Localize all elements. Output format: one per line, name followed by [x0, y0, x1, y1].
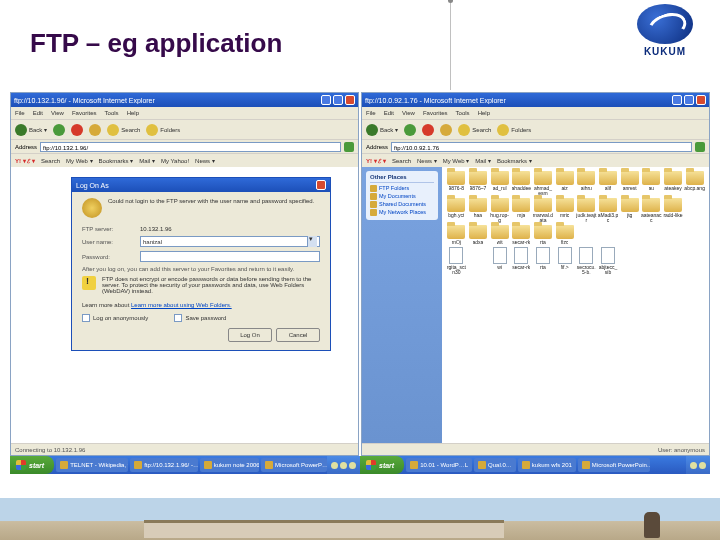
menu-view[interactable]: View — [51, 110, 64, 116]
forward-icon[interactable] — [53, 124, 65, 136]
menu-file[interactable]: File — [15, 110, 25, 116]
link-mail[interactable]: Mail ▾ — [139, 157, 155, 164]
folder-item[interactable]: hug.rop-g — [489, 198, 510, 223]
folder-item[interactable]: judk.teajtr — [576, 198, 597, 223]
folder-item[interactable]: fizc — [554, 225, 575, 245]
logon-button[interactable]: Log On — [228, 328, 272, 342]
forward-icon[interactable] — [404, 124, 416, 136]
maximize-button[interactable] — [333, 95, 343, 105]
menu-edit[interactable]: Edit — [33, 110, 43, 116]
stop-icon[interactable] — [422, 124, 434, 136]
folder-item[interactable]: ahmad_esm — [533, 171, 554, 196]
file-item[interactable]: secar-rk — [511, 247, 532, 275]
menu-edit[interactable]: Edit — [384, 110, 394, 116]
folder-item[interactable] — [576, 225, 597, 245]
minimize-button[interactable] — [672, 95, 682, 105]
sidebar-item[interactable]: Shared Documents — [370, 201, 434, 208]
sidebar-item[interactable]: My Network Places — [370, 209, 434, 216]
file-item[interactable] — [619, 247, 640, 275]
folder-item[interactable] — [641, 225, 662, 245]
taskbar-item[interactable]: 10.01 - WordP…L — [406, 458, 472, 472]
file-item[interactable] — [641, 247, 662, 275]
folder-item[interactable]: radd-like — [663, 198, 684, 223]
link-search[interactable]: Search — [392, 158, 411, 164]
link-myweb[interactable]: My Web ▾ — [443, 157, 470, 164]
link-myyahoo[interactable]: My Yahoo! — [161, 158, 189, 164]
system-tray[interactable] — [327, 456, 360, 474]
link-news[interactable]: News ▾ — [195, 157, 215, 164]
file-item[interactable]: rgita_sctn30 — [446, 247, 467, 275]
menu-tools[interactable]: Tools — [105, 110, 119, 116]
folder-item[interactable]: 9876~7 — [468, 171, 489, 196]
close-button[interactable] — [696, 95, 706, 105]
folder-item[interactable] — [684, 225, 705, 245]
taskbar-item[interactable]: Microsoft PowerPoin… — [578, 458, 650, 472]
go-button[interactable] — [344, 142, 354, 152]
folder-item[interactable]: ad_rul — [489, 171, 510, 196]
sidebar-item[interactable]: FTP Folders — [370, 185, 434, 192]
right-titlebar[interactable]: ftp://10.0.92.1.76 - Microsoft Internet … — [362, 93, 709, 107]
dialog-titlebar[interactable]: Log On As — [72, 178, 330, 192]
folder-item[interactable]: ateakey — [663, 171, 684, 196]
anon-checkbox[interactable]: Log on anonymously — [82, 314, 148, 322]
file-item[interactable] — [663, 247, 684, 275]
taskbar-item[interactable]: kukum wfs 201 — [518, 458, 576, 472]
search-button[interactable]: Search — [458, 124, 491, 136]
folder-item[interactable]: aMadi3.pc — [598, 198, 619, 223]
folder-item[interactable]: rta — [533, 225, 554, 245]
folder-item[interactable]: aiz — [554, 171, 575, 196]
back-button[interactable]: Back ▾ — [366, 124, 398, 136]
folder-item[interactable] — [619, 225, 640, 245]
yahoo-toolbar-icon[interactable]: Y! ▾ 𝓔 ▾ — [366, 157, 386, 165]
folder-item[interactable]: abcp.ang — [684, 171, 705, 196]
savepass-checkbox[interactable]: Save password — [174, 314, 226, 322]
home-icon[interactable] — [89, 124, 101, 136]
maximize-button[interactable] — [684, 95, 694, 105]
link-mail[interactable]: Mail ▾ — [475, 157, 491, 164]
menu-tools[interactable]: Tools — [456, 110, 470, 116]
folders-button[interactable]: Folders — [146, 124, 180, 136]
yahoo-toolbar-icon[interactable]: Y! ▾ 𝓔 ▾ — [15, 157, 35, 165]
start-button[interactable]: start — [10, 456, 54, 474]
folder-item[interactable]: alif — [598, 171, 619, 196]
file-item[interactable]: rta — [533, 247, 554, 275]
home-icon[interactable] — [440, 124, 452, 136]
dialog-close-button[interactable] — [316, 180, 326, 190]
folder-item[interactable]: jtg — [619, 198, 640, 223]
folder-item[interactable] — [684, 198, 705, 223]
menu-help[interactable]: Help — [127, 110, 139, 116]
link-myweb[interactable]: My Web ▾ — [66, 157, 93, 164]
menu-favorites[interactable]: Favorites — [423, 110, 448, 116]
menu-file[interactable]: File — [366, 110, 376, 116]
menu-favorites[interactable]: Favorites — [72, 110, 97, 116]
password-input[interactable] — [140, 251, 320, 262]
taskbar-item[interactable]: kukum note 2006 — [200, 458, 259, 472]
taskbar-item[interactable]: Qual.0… — [474, 458, 516, 472]
menu-view[interactable]: View — [402, 110, 415, 116]
folder-pane[interactable]: 9876-89876~7ad_rulahaddeeahmad_esmaizaih… — [442, 167, 709, 443]
folder-item[interactable] — [663, 225, 684, 245]
cancel-button[interactable]: Cancel — [276, 328, 320, 342]
folder-item[interactable]: anrest — [619, 171, 640, 196]
chevron-down-icon[interactable] — [307, 236, 317, 247]
link-news[interactable]: News ▾ — [417, 157, 437, 164]
sidebar-item[interactable]: My Documents — [370, 193, 434, 200]
minimize-button[interactable] — [321, 95, 331, 105]
left-titlebar[interactable]: ftp://10.132.1.96/ - Microsoft Internet … — [11, 93, 358, 107]
folder-item[interactable]: mric — [554, 198, 575, 223]
folder-item[interactable]: haa — [468, 198, 489, 223]
link-search[interactable]: Search — [41, 158, 60, 164]
folder-item[interactable]: bgh.yct — [446, 198, 467, 223]
taskbar-item[interactable]: Microsoft PowerP… — [261, 458, 327, 472]
taskbar-item[interactable]: TELNET - Wikipedia, t… — [56, 458, 128, 472]
folder-item[interactable]: wit — [489, 225, 510, 245]
link-bookmarks[interactable]: Bookmarks ▾ — [99, 157, 134, 164]
folder-item[interactable] — [598, 225, 619, 245]
go-button[interactable] — [695, 142, 705, 152]
address-input[interactable]: ftp://10.132.1.96/ — [40, 142, 341, 152]
file-item[interactable]: abjtecc_sib — [598, 247, 619, 275]
folder-item[interactable]: 9876-8 — [446, 171, 467, 196]
stop-icon[interactable] — [71, 124, 83, 136]
folder-item[interactable]: secar-rk — [511, 225, 532, 245]
folder-item[interactable]: mOj — [446, 225, 467, 245]
